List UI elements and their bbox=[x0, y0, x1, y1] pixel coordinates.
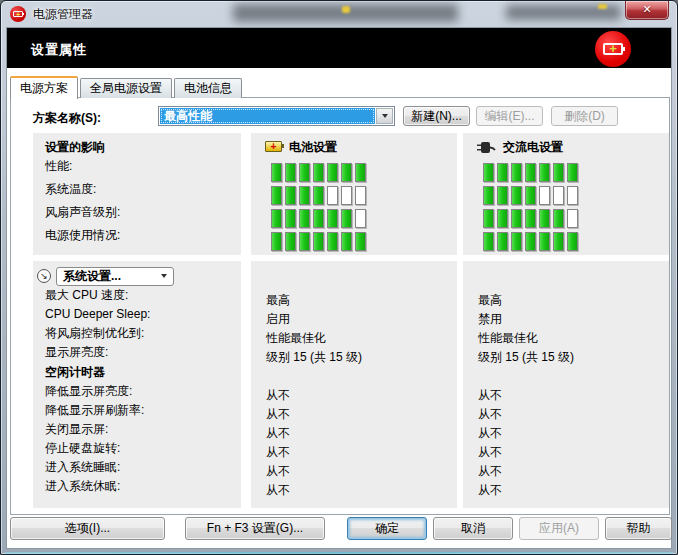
meter-block bbox=[313, 232, 324, 251]
meter-block bbox=[567, 163, 578, 182]
battery-setting-value: 从不 bbox=[251, 405, 457, 424]
ac-setting-value: 从不 bbox=[463, 462, 669, 481]
settings-category-value: 系统设置... bbox=[63, 268, 121, 285]
cancel-button[interactable]: 取消 bbox=[433, 517, 513, 540]
meter-block bbox=[511, 186, 522, 205]
power-scheme-tab-page: 方案名称(S): 最高性能 新建(N)... 编辑(E)... 删除(D) 设置… bbox=[10, 97, 670, 515]
meter-block bbox=[285, 232, 296, 251]
level-meter bbox=[251, 184, 457, 207]
meter-block bbox=[553, 232, 564, 251]
battery-effects-panel: + 电池设置 bbox=[251, 133, 457, 255]
titlebar[interactable]: + 电源管理器 ✕ bbox=[1, 1, 677, 27]
meter-block bbox=[285, 209, 296, 228]
battery-setting-value: 从不 bbox=[251, 481, 457, 500]
battery-status-icon: + bbox=[595, 31, 631, 67]
dialog-body: 设置属性 + 电源方案全局电源设置电池信息 方案名称(S): 最高性能 新建(N… bbox=[6, 27, 672, 549]
tab-电池信息[interactable]: 电池信息 bbox=[174, 78, 242, 98]
meter-block bbox=[483, 232, 494, 251]
fn-f3-settings-button[interactable]: Fn + F3 设置(G)... bbox=[185, 517, 325, 540]
setting-row-label: 进入系统休眠: bbox=[33, 477, 241, 496]
spacer-row bbox=[251, 367, 457, 386]
meter-block bbox=[497, 209, 508, 228]
meter-block bbox=[525, 232, 536, 251]
ac-setting-value: 禁用 bbox=[463, 310, 669, 329]
system-settings-panel: ↘ 系统设置... 最大 CPU 速度:CPU Deeper Sleep:将风扇… bbox=[33, 261, 241, 508]
tab-电源方案[interactable]: 电源方案 bbox=[10, 76, 78, 99]
meter-block bbox=[341, 209, 352, 228]
meter-block bbox=[539, 232, 550, 251]
meter-block bbox=[511, 209, 522, 228]
help-button[interactable]: 帮助 bbox=[605, 517, 672, 540]
ac-effects-panel: 交流电设置 bbox=[463, 133, 669, 255]
meter-block bbox=[327, 232, 338, 251]
battery-values-panel: 最高启用性能最佳化级别 15 (共 15 级)从不从不从不从不从不从不 bbox=[251, 261, 457, 508]
setting-row-label: 进入系统睡眠: bbox=[33, 458, 241, 477]
battery-setting-value: 从不 bbox=[251, 462, 457, 481]
options-button[interactable]: 选项(I)... bbox=[10, 517, 165, 540]
meter-block bbox=[483, 163, 494, 182]
scheme-name-label: 方案名称(S): bbox=[33, 110, 101, 127]
meter-block bbox=[511, 163, 522, 182]
meter-block bbox=[567, 186, 578, 205]
ac-setting-value: 最高 bbox=[463, 291, 669, 310]
battery-settings-header: 电池设置 bbox=[289, 139, 337, 156]
setting-row-label: 降低显示屏刷新率: bbox=[33, 401, 241, 420]
meter-block bbox=[539, 163, 550, 182]
effects-title: 设置的影响 bbox=[33, 133, 241, 155]
level-meter bbox=[463, 184, 669, 207]
scheme-name-select[interactable]: 最高性能 bbox=[158, 106, 395, 126]
delete-scheme-button[interactable]: 删除(D) bbox=[551, 106, 618, 126]
ac-setting-value: 级别 15 (共 15 级) bbox=[463, 348, 669, 367]
level-meter bbox=[251, 161, 457, 184]
battery-setting-value: 级别 15 (共 15 级) bbox=[251, 348, 457, 367]
footer-button-bar: 选项(I)... Fn + F3 设置(G)... 确定 取消 应用(A) 帮助 bbox=[7, 517, 671, 540]
meter-block bbox=[497, 232, 508, 251]
window-title: 电源管理器 bbox=[33, 6, 93, 23]
window-bottom-edge bbox=[5, 552, 673, 554]
spacer-row bbox=[463, 367, 669, 386]
settings-category-select[interactable]: 系统设置... bbox=[56, 267, 174, 286]
setting-row-label: 最大 CPU 速度: bbox=[33, 286, 241, 305]
meter-block bbox=[299, 232, 310, 251]
scheme-selected-value: 最高性能 bbox=[160, 108, 375, 124]
battery-plus-glyph: + bbox=[609, 42, 617, 55]
idle-timers-header: 空闲计时器 bbox=[33, 363, 241, 382]
setting-row-label: 将风扇控制优化到: bbox=[33, 324, 241, 343]
close-icon[interactable]: ✕ bbox=[625, 1, 669, 20]
setting-row-label: 显示屏亮度: bbox=[33, 343, 241, 362]
battery-setting-value: 从不 bbox=[251, 443, 457, 462]
ac-setting-value: 从不 bbox=[463, 424, 669, 443]
header-banner: 设置属性 + bbox=[7, 28, 671, 68]
meter-block bbox=[525, 209, 536, 228]
meter-block bbox=[299, 209, 310, 228]
meter-block bbox=[539, 209, 550, 228]
battery-setting-value: 最高 bbox=[251, 291, 457, 310]
battery-icon: + bbox=[265, 141, 282, 152]
tab-全局电源设置[interactable]: 全局电源设置 bbox=[80, 78, 172, 98]
meter-block bbox=[539, 186, 550, 205]
power-manager-window: + 电源管理器 ✕ 设置属性 + 电源方案全局电源设置电池信息 方案名称(S):… bbox=[0, 0, 678, 555]
edit-scheme-button[interactable]: 编辑(E)... bbox=[476, 106, 543, 126]
new-scheme-button[interactable]: 新建(N)... bbox=[403, 106, 470, 126]
level-meter bbox=[463, 161, 669, 184]
meter-block bbox=[497, 163, 508, 182]
meter-block bbox=[327, 209, 338, 228]
apply-button[interactable]: 应用(A) bbox=[519, 517, 599, 540]
meter-block bbox=[271, 232, 282, 251]
ok-button[interactable]: 确定 bbox=[347, 517, 427, 540]
setting-row-label: 停止硬盘旋转: bbox=[33, 439, 241, 458]
meter-block bbox=[299, 163, 310, 182]
chevron-down-icon[interactable] bbox=[376, 108, 393, 124]
meter-block bbox=[525, 186, 536, 205]
meter-block bbox=[285, 163, 296, 182]
battery-setting-value: 从不 bbox=[251, 386, 457, 405]
page-title: 设置属性 bbox=[31, 41, 87, 59]
meter-block bbox=[525, 163, 536, 182]
meter-block bbox=[271, 209, 282, 228]
ac-setting-value: 从不 bbox=[463, 481, 669, 500]
titlebar-glass-glint bbox=[342, 6, 350, 13]
meter-block bbox=[341, 232, 352, 251]
jump-arrow-icon[interactable]: ↘ bbox=[37, 269, 51, 283]
meter-block bbox=[511, 232, 522, 251]
meter-block bbox=[355, 209, 366, 228]
